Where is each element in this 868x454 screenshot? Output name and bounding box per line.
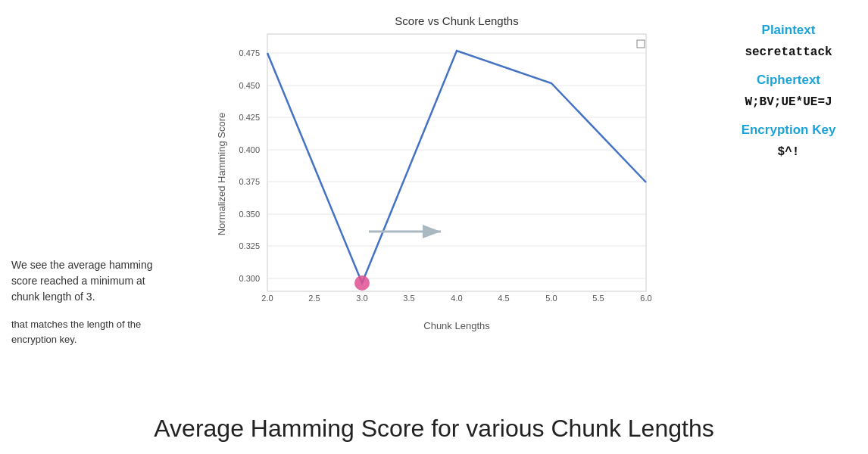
svg-text:4.5: 4.5 — [498, 294, 509, 303]
right-panel: Plaintext secretattack Ciphertext W;BV;U… — [717, 8, 868, 407]
top-section: We see the average hamming score reached… — [0, 0, 868, 407]
svg-rect-2 — [267, 34, 646, 291]
arrow-container — [365, 223, 448, 243]
encryption-key-label: Encryption Key — [742, 123, 836, 138]
y-axis-label: Normalized Hamming Score — [216, 113, 227, 236]
svg-text:0.325: 0.325 — [239, 241, 260, 250]
min-point-marker — [354, 275, 370, 291]
arrow-svg — [365, 223, 448, 240]
svg-text:0.350: 0.350 — [239, 210, 260, 219]
svg-text:5.5: 5.5 — [592, 294, 604, 303]
svg-text:2.5: 2.5 — [308, 294, 320, 303]
svg-text:4.0: 4.0 — [451, 294, 462, 303]
svg-text:2.0: 2.0 — [261, 294, 273, 303]
svg-text:5.0: 5.0 — [545, 294, 557, 303]
main-container: We see the average hamming score reached… — [0, 0, 868, 454]
svg-text:0.450: 0.450 — [239, 81, 260, 90]
annotation-text-2: that matches the length of the encryptio… — [11, 317, 174, 347]
svg-text:0.375: 0.375 — [239, 177, 260, 186]
ciphertext-label: Ciphertext — [757, 73, 820, 88]
svg-text:0.300: 0.300 — [239, 274, 260, 283]
encryption-key-value: $^! — [778, 145, 800, 159]
svg-text:0.400: 0.400 — [239, 145, 260, 154]
svg-text:6.0: 6.0 — [640, 294, 651, 303]
chart-title: Score vs Chunk Lengths — [395, 14, 518, 27]
left-annotation: We see the average hamming score reached… — [0, 8, 182, 407]
x-axis-label: Chunk Lengths — [423, 320, 490, 331]
svg-text:3.5: 3.5 — [403, 294, 414, 303]
chart-svg: Score vs Chunk Lengths Normalized Hammin… — [214, 11, 684, 337]
svg-rect-28 — [637, 40, 645, 48]
ciphertext-value: W;BV;UE*UE=J — [745, 95, 832, 109]
svg-text:0.425: 0.425 — [239, 113, 260, 122]
svg-text:3.0: 3.0 — [356, 294, 367, 303]
chart-area: Score vs Chunk Lengths Normalized Hammin… — [182, 8, 717, 407]
annotation-text-1: We see the average hamming score reached… — [11, 257, 174, 305]
bottom-title: Average Hamming Score for various Chunk … — [0, 407, 868, 454]
plaintext-value: secretattack — [745, 45, 832, 59]
svg-text:0.475: 0.475 — [239, 48, 260, 58]
plaintext-label: Plaintext — [762, 23, 816, 38]
